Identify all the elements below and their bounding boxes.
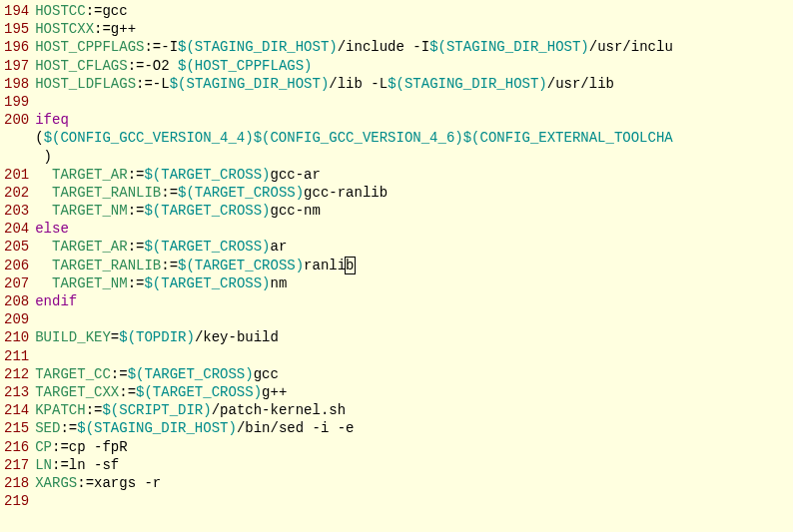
line-number: 214 [4,401,29,419]
token: := [128,58,145,74]
code-line[interactable] [35,347,793,365]
line-number [4,148,29,166]
code-line[interactable]: endif [35,292,793,310]
token: TARGET_NM [52,275,128,291]
token: TARGET_RANLIB [52,258,161,273]
line-number: 197 [4,57,29,75]
token: endif [35,293,77,309]
token: := [128,239,145,255]
token: /lib -L [329,76,388,92]
token: CP [35,439,52,455]
code-line[interactable]: TARGET_RANLIB:=$(TARGET_CROSS)ranlib [35,257,793,274]
code-line[interactable]: HOSTCXX:=g++ [35,20,793,38]
code-line[interactable] [35,492,793,510]
line-number: 203 [4,202,29,220]
token: $(TARGET_CROSS) [136,384,262,400]
token: := [111,366,128,382]
token: /patch-kernel.sh [212,402,346,418]
line-number: 204 [4,220,29,238]
code-line[interactable]: XARGS:=xargs -r [35,474,793,492]
code-line[interactable]: CP:=cp -fpR [35,438,793,456]
code-line[interactable]: TARGET_NM:=$(TARGET_CROSS)gcc-nm [35,202,793,220]
code-line[interactable]: HOSTCC:=gcc [35,2,793,20]
code-line[interactable]: TARGET_AR:=$(TARGET_CROSS)gcc-ar [35,166,793,184]
code-line[interactable]: KPATCH:=$(SCRIPT_DIR)/patch-kernel.sh [35,401,793,419]
token: gcc-nm [271,203,321,219]
token: TARGET_NM [52,203,128,219]
token: $(STAGING_DIR_HOST) [178,39,338,55]
code-line[interactable]: HOST_CFLAGS:=-O2 $(HOST_CPPFLAGS) [35,57,793,75]
token: $(TARGET_CROSS) [144,239,270,255]
token: $(STAGING_DIR_HOST) [388,76,547,92]
line-number: 210 [4,328,29,346]
code-content[interactable]: HOSTCC:=gccHOSTCXX:=g++HOST_CPPFLAGS:=-I… [35,0,793,512]
token: HOST_LDFLAGS [35,76,136,92]
token: SED [35,420,60,436]
code-line[interactable]: TARGET_CXX:=$(TARGET_CROSS)g++ [35,383,793,401]
token: cp -fpR [69,439,128,455]
token: $(TARGET_CROSS) [128,366,254,382]
line-number: 218 [4,474,29,492]
code-line[interactable]: TARGET_RANLIB:=$(TARGET_CROSS)gcc-ranlib [35,184,793,202]
code-line[interactable]: ) [35,148,793,166]
code-line[interactable]: TARGET_AR:=$(TARGET_CROSS)ar [35,238,793,256]
token: := [161,258,178,273]
token: else [35,221,69,237]
token: /usr/inclu [589,39,673,55]
token: gcc [254,366,279,382]
token: nm [271,275,288,291]
line-number: 207 [4,274,29,292]
token: -O2 [144,58,178,74]
code-editor[interactable]: 194195196197198199200 201202203204205206… [0,0,793,512]
code-line[interactable] [35,310,793,328]
line-number-gutter: 194195196197198199200 201202203204205206… [0,0,35,512]
code-line[interactable]: ifeq [35,111,793,129]
token: := [144,39,161,55]
token: := [128,203,145,219]
token: $(HOST_CPPFLAGS) [178,58,312,74]
token: HOST_CPPFLAGS [35,39,144,55]
token: := [94,21,111,37]
code-line[interactable]: ($(CONFIG_GCC_VERSION_4_4)$(CONFIG_GCC_V… [35,129,793,147]
line-number: 211 [4,347,29,365]
token: := [77,475,94,491]
token [35,258,52,273]
token: := [128,275,145,291]
token: $(STAGING_DIR_HOST) [77,420,237,436]
token [35,185,52,201]
code-line[interactable]: BUILD_KEY=$(TOPDIR)/key-build [35,328,793,346]
code-line[interactable]: SED:=$(STAGING_DIR_HOST)/bin/sed -i -e [35,419,793,437]
token: g++ [262,384,287,400]
token: HOST_CFLAGS [35,58,127,74]
token: /key-build [195,329,279,345]
code-line[interactable]: LN:=ln -sf [35,456,793,474]
line-number: 208 [4,292,29,310]
token: $(TARGET_CROSS) [144,275,270,291]
token: ) [35,149,52,165]
token: -L [153,76,170,92]
line-number: 212 [4,365,29,383]
code-line[interactable]: TARGET_NM:=$(TARGET_CROSS)nm [35,274,793,292]
token: ranli [304,258,346,273]
token: gcc-ar [271,167,321,183]
token: $(TOPDIR) [119,329,195,345]
code-line[interactable]: TARGET_CC:=$(TARGET_CROSS)gcc [35,365,793,383]
token: TARGET_CXX [35,384,119,400]
token: KPATCH [35,402,85,418]
token [35,167,52,183]
token: := [86,3,103,19]
token: := [86,402,103,418]
code-line[interactable]: HOST_CPPFLAGS:=-I$(STAGING_DIR_HOST)/inc… [35,38,793,56]
code-line[interactable]: else [35,220,793,238]
token: ln -sf [69,457,119,473]
token [35,275,52,291]
line-number: 215 [4,419,29,437]
code-line[interactable] [35,93,793,111]
code-line[interactable]: HOST_LDFLAGS:=-L$(STAGING_DIR_HOST)/lib … [35,75,793,93]
line-number: 209 [4,310,29,328]
token: ifeq [35,112,69,128]
token: := [119,384,136,400]
token: := [52,439,69,455]
line-number [4,129,29,147]
token: HOSTCC [35,3,85,19]
